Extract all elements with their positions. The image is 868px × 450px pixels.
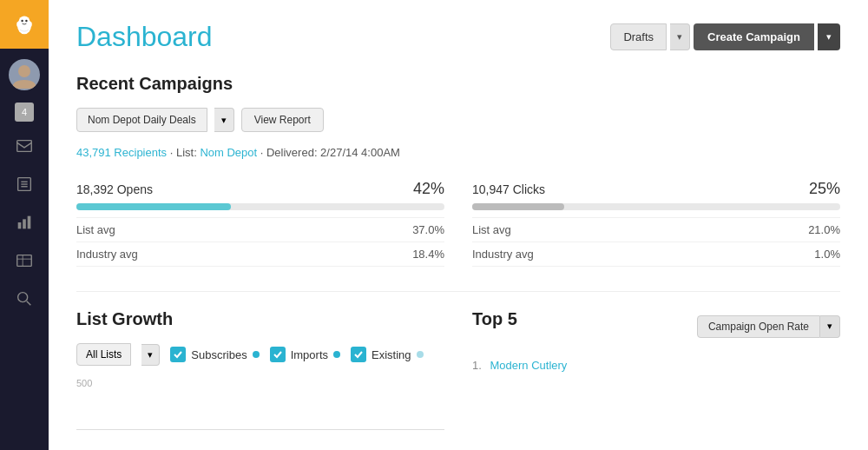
- opens-industry-avg-val: 18.4%: [412, 248, 444, 261]
- svg-rect-13: [23, 219, 26, 228]
- list-growth-title: List Growth: [76, 309, 444, 329]
- open-rate-controls: Campaign Open Rate ▾: [697, 315, 840, 338]
- drafts-button[interactable]: Drafts: [610, 23, 667, 50]
- header-actions: Drafts ▾ Create Campaign ▾: [610, 23, 840, 50]
- check-icon: [173, 349, 183, 360]
- search-icon[interactable]: [9, 283, 40, 314]
- svg-rect-14: [28, 216, 31, 229]
- opens-pct: 42%: [413, 180, 444, 198]
- svg-point-18: [18, 293, 28, 302]
- create-campaign-dropdown-button[interactable]: ▾: [818, 23, 840, 50]
- reports-icon[interactable]: [9, 207, 40, 238]
- imports-filter[interactable]: Imports: [270, 347, 340, 362]
- imports-dot: [333, 351, 340, 358]
- opens-list-avg-val: 37.0%: [412, 223, 444, 236]
- top5-section: Top 5 Campaign Open Rate ▾ 1. Modern Cut…: [472, 309, 840, 430]
- opens-label: 18,392 Opens: [76, 182, 153, 196]
- logo-icon: [10, 10, 38, 38]
- clicks-industry-avg-label: Industry avg: [472, 248, 534, 261]
- clicks-industry-avg-val: 1.0%: [814, 248, 840, 261]
- existing-checkbox[interactable]: [351, 347, 366, 362]
- clicks-list-avg: List avg 21.0%: [472, 217, 840, 242]
- imports-label: Imports: [291, 348, 328, 361]
- svg-point-4: [16, 22, 21, 27]
- clicks-progress-fill: [472, 203, 564, 210]
- opens-industry-avg-label: Industry avg: [76, 248, 138, 261]
- campaigns-icon[interactable]: [9, 130, 40, 162]
- opens-list-avg-label: List avg: [76, 223, 115, 236]
- top5-title: Top 5: [472, 309, 517, 329]
- user-avatar[interactable]: [9, 59, 40, 90]
- page-header: Dashboard Drafts ▾ Create Campaign ▾: [76, 21, 840, 53]
- recent-campaigns-title: Recent Campaigns: [76, 74, 840, 94]
- svg-point-6: [18, 65, 30, 77]
- clicks-stat: 10,947 Clicks 25% List avg 21.0% Industr…: [472, 173, 840, 274]
- check-icon: [273, 349, 283, 360]
- campaign-meta: 43,791 Recipients · List: Nom Depot · De…: [76, 146, 840, 159]
- drafts-dropdown-button[interactable]: ▾: [670, 23, 690, 50]
- opens-progress-fill: [76, 203, 231, 210]
- delivered-date: Delivered: 2/27/14 4:00AM: [266, 146, 400, 159]
- list-growth-chart: 500: [76, 378, 444, 430]
- clicks-list-avg-label: List avg: [472, 223, 511, 236]
- list-growth-controls: All Lists ▾ Subscribes: [76, 343, 444, 366]
- top5-link[interactable]: Modern Cutlery: [490, 359, 567, 372]
- subscribes-label: Subscribes: [191, 348, 247, 361]
- sidebar: 4: [0, 0, 49, 450]
- main-content: Dashboard Drafts ▾ Create Campaign ▾ Rec…: [49, 0, 868, 450]
- page-title: Dashboard: [76, 21, 213, 53]
- opens-progress-bg: [76, 203, 444, 210]
- opens-industry-avg: Industry avg 18.4%: [76, 242, 444, 267]
- svg-line-19: [27, 301, 31, 306]
- top5-header: Top 5 Campaign Open Rate ▾: [472, 309, 840, 343]
- clicks-pct: 25%: [809, 180, 840, 198]
- section-divider: [76, 291, 840, 292]
- top5-item: 1. Modern Cutlery: [472, 355, 840, 375]
- svg-rect-12: [18, 222, 22, 228]
- open-rate-dropdown[interactable]: ▾: [820, 315, 840, 338]
- all-lists-button[interactable]: All Lists: [76, 343, 131, 366]
- chart-y-label: 500: [76, 378, 92, 388]
- list-link[interactable]: Nom Depot: [200, 146, 257, 159]
- clicks-label: 10,947 Clicks: [472, 182, 545, 196]
- clicks-list-avg-val: 21.0%: [808, 223, 840, 236]
- existing-label: Existing: [372, 348, 411, 361]
- subscribes-dot: [253, 351, 260, 358]
- list-growth-section: List Growth All Lists ▾ Subscribes: [76, 309, 444, 430]
- campaign-select-dropdown[interactable]: ▾: [214, 108, 234, 132]
- notifications-badge[interactable]: 4: [15, 103, 34, 122]
- svg-rect-7: [17, 141, 32, 152]
- lists-icon[interactable]: [9, 169, 40, 200]
- svg-point-3: [25, 20, 27, 22]
- recipients-link[interactable]: 43,791 Recipients: [76, 146, 167, 159]
- opens-stat: 18,392 Opens 42% List avg 37.0% Industry…: [76, 173, 444, 274]
- recent-campaigns-section: Recent Campaigns Nom Depot Daily Deals ▾…: [76, 74, 840, 274]
- svg-rect-15: [17, 255, 32, 267]
- bottom-grid: List Growth All Lists ▾ Subscribes: [76, 309, 840, 430]
- subscribes-checkbox[interactable]: [170, 347, 186, 362]
- app-logo[interactable]: [0, 0, 49, 49]
- top5-rank: 1.: [472, 359, 482, 372]
- existing-filter[interactable]: Existing: [351, 347, 424, 362]
- clicks-progress-bg: [472, 203, 840, 210]
- campaign-select-button[interactable]: Nom Depot Daily Deals: [76, 108, 207, 132]
- check-icon: [353, 349, 364, 360]
- all-lists-dropdown[interactable]: ▾: [141, 344, 160, 366]
- existing-dot: [417, 351, 424, 358]
- opens-list-avg: List avg 37.0%: [76, 217, 444, 242]
- view-report-button[interactable]: View Report: [241, 108, 324, 132]
- campaign-controls: Nom Depot Daily Deals ▾ View Report: [76, 108, 840, 132]
- automation-icon[interactable]: [9, 245, 40, 276]
- stats-grid: 18,392 Opens 42% List avg 37.0% Industry…: [76, 173, 840, 274]
- open-rate-button[interactable]: Campaign Open Rate: [697, 315, 820, 338]
- svg-point-2: [21, 20, 23, 22]
- create-campaign-button[interactable]: Create Campaign: [694, 23, 814, 50]
- subscribes-filter[interactable]: Subscribes: [170, 347, 259, 362]
- avatar-icon: [9, 59, 40, 90]
- svg-point-5: [28, 22, 32, 27]
- clicks-industry-avg: Industry avg 1.0%: [472, 242, 840, 267]
- imports-checkbox[interactable]: [270, 347, 286, 362]
